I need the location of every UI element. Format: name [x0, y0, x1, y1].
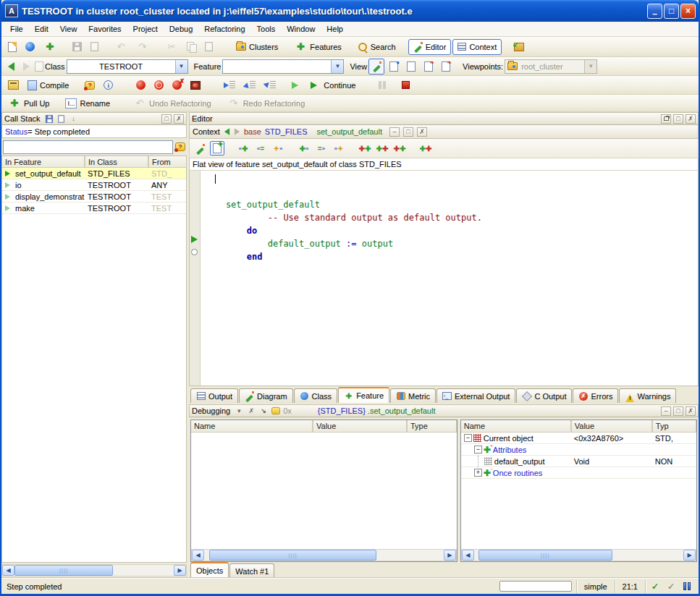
menu-debug[interactable]: Debug — [164, 23, 198, 35]
tab-c-output[interactable]: C Output — [516, 388, 572, 403]
disable-breakpoints-button[interactable] — [169, 77, 185, 93]
melt-button[interactable]: ? — [81, 77, 98, 93]
compile-button[interactable]: Compile — [24, 77, 72, 93]
debugging-close-view-button[interactable]: ✗ — [246, 406, 256, 416]
tab-errors[interactable]: ✗Errors — [573, 388, 618, 403]
stack-row-2[interactable]: display_demonstrat... TESTROOT TEST — [2, 191, 186, 203]
step-into-button[interactable] — [240, 77, 259, 93]
rename-button[interactable]: I... Rename — [62, 95, 114, 111]
tab-output[interactable]: Output — [190, 388, 238, 403]
exception-icon[interactable]: ? — [175, 142, 185, 151]
menu-tools[interactable]: Tools — [251, 23, 282, 35]
col-in-feature[interactable]: In Feature — [2, 156, 85, 167]
scroll-left-icon[interactable]: ◀ — [2, 565, 14, 576]
pause-button[interactable] — [375, 77, 389, 93]
editor-maximize-button[interactable]: □ — [673, 114, 683, 124]
pull-up-button[interactable]: ✚ Pull Up — [4, 95, 53, 111]
class-combobox[interactable]: TESTROOT ▼ — [67, 59, 188, 74]
call-stack-save-button[interactable] — [44, 114, 54, 124]
copy-button[interactable] — [183, 39, 200, 55]
context-back-icon[interactable] — [224, 128, 229, 135]
stack-row-3[interactable]: make TESTROOT TEST — [2, 203, 186, 214]
call-stack-filter-input[interactable] — [3, 140, 173, 154]
tab-metric[interactable]: Metric — [390, 388, 436, 403]
locals-col-value[interactable]: Value — [313, 420, 407, 432]
history-back-button[interactable] — [4, 59, 18, 74]
assignees-button[interactable]: =» — [314, 141, 329, 156]
creators-button[interactable]: ✦» — [271, 141, 285, 156]
tree-row-default-output[interactable]: default_output Void NON — [461, 456, 696, 467]
external-commands-button[interactable] — [510, 39, 528, 55]
tab-diagram[interactable]: Diagram — [239, 388, 293, 403]
close-button[interactable]: × — [680, 4, 696, 19]
call-stack-maximize-button[interactable]: □ — [161, 114, 172, 124]
context-toggle-button[interactable]: Context — [452, 39, 502, 55]
redo-button[interactable]: ↷ — [132, 39, 153, 55]
objects-hscrollbar[interactable]: ◀ ▶ — [461, 549, 696, 561]
collapse-icon[interactable]: − — [464, 434, 472, 442]
locals-col-name[interactable]: Name — [191, 420, 313, 432]
tree-row-once-routines[interactable]: +✚Once routines — [461, 467, 696, 479]
debugging-bubble-icon[interactable] — [271, 407, 280, 414]
tab-feature[interactable]: ✚Feature — [338, 387, 389, 403]
crumb-feature[interactable]: set_output_default — [316, 127, 382, 136]
crumb-class[interactable]: STD_FILES — [265, 127, 308, 136]
editor-close-button[interactable]: ✗ — [686, 114, 696, 124]
callers-button[interactable]: «✚ — [236, 141, 250, 156]
cut-button[interactable]: ✂ — [161, 39, 182, 55]
tab-external-output[interactable]: ›_External Output — [437, 388, 515, 403]
context-close-button[interactable]: ✗ — [417, 127, 427, 137]
stack-row-0[interactable]: set_output_default STD_FILES STD_ — [2, 168, 186, 179]
project-settings-button[interactable] — [4, 77, 22, 93]
open-button[interactable] — [22, 39, 38, 55]
menu-window[interactable]: Window — [281, 23, 321, 35]
paste-button[interactable] — [201, 39, 216, 55]
clients-button[interactable]: ✚✚ — [392, 141, 407, 156]
context-maximize-button[interactable]: □ — [403, 127, 413, 137]
call-stack-hscrollbar[interactable]: ◀ ▶ — [1, 564, 187, 576]
search-button[interactable]: Search — [354, 39, 400, 55]
step-out-button[interactable] — [261, 77, 279, 93]
code-text[interactable]: set_output_default -- Use standard outpu… — [201, 171, 698, 386]
scroll-left-icon[interactable]: ◀ — [192, 550, 204, 561]
view-clickable-button[interactable]: ● — [386, 59, 402, 74]
editor-toggle-button[interactable]: Editor — [408, 39, 452, 55]
descendants-button[interactable]: ✚✚ — [375, 141, 389, 156]
melted-status-button[interactable]: ✓ — [649, 581, 662, 592]
tree-row-current-object[interactable]: −Current object <0x32A8760> STD, — [461, 433, 696, 444]
minimize-button[interactable]: – — [647, 4, 662, 19]
locals-col-type[interactable]: Type — [407, 420, 457, 432]
hex-format-button[interactable]: 0x — [283, 406, 292, 415]
undo-refactoring-button[interactable]: ↶ Undo Refactoring — [130, 95, 215, 111]
debug-run-button[interactable] — [187, 77, 204, 93]
view-basic-button[interactable] — [368, 59, 384, 74]
scroll-right-icon[interactable]: ▶ — [444, 550, 456, 561]
debugging-goto-button[interactable]: ↘ — [258, 406, 269, 416]
scroll-left-icon[interactable]: ◀ — [462, 550, 474, 561]
scroll-thumb[interactable] — [14, 565, 113, 576]
locals-hscrollbar[interactable]: ◀ ▶ — [191, 549, 457, 561]
objects-col-type[interactable]: Typ — [652, 420, 696, 432]
menu-help[interactable]: Help — [321, 23, 349, 35]
run-button[interactable] — [132, 77, 149, 93]
debugging-maximize-button[interactable]: □ — [673, 406, 683, 416]
debugging-menu-button[interactable]: ▾ — [234, 406, 244, 416]
call-stack-close-button[interactable]: ✗ — [174, 114, 184, 124]
debug-crumb-class[interactable]: {STD_FILES} — [318, 406, 366, 415]
tab-objects[interactable]: Objects — [190, 562, 229, 578]
project-info-button[interactable]: i — [100, 77, 117, 93]
view-flat-contract-button[interactable]: ❧ — [438, 59, 454, 74]
col-from[interactable]: From — [148, 156, 186, 167]
view-flat-button[interactable] — [403, 59, 419, 74]
menu-project[interactable]: Project — [127, 23, 164, 35]
debugging-minimize-button[interactable]: – — [661, 406, 671, 416]
editor-gutter[interactable] — [190, 171, 201, 386]
breakpoint-slot-icon[interactable] — [191, 249, 198, 255]
feature-combobox[interactable]: ▼ — [222, 59, 344, 74]
frozen-status-button[interactable]: ✓ — [665, 581, 678, 592]
redo-refactoring-button[interactable]: ↷ Redo Refactoring — [224, 95, 309, 111]
save-all-button[interactable] — [87, 39, 102, 55]
maximize-button[interactable]: □ — [664, 4, 679, 19]
creation-button[interactable]: »✦ — [332, 141, 346, 156]
call-stack-copy-button[interactable] — [56, 114, 67, 124]
